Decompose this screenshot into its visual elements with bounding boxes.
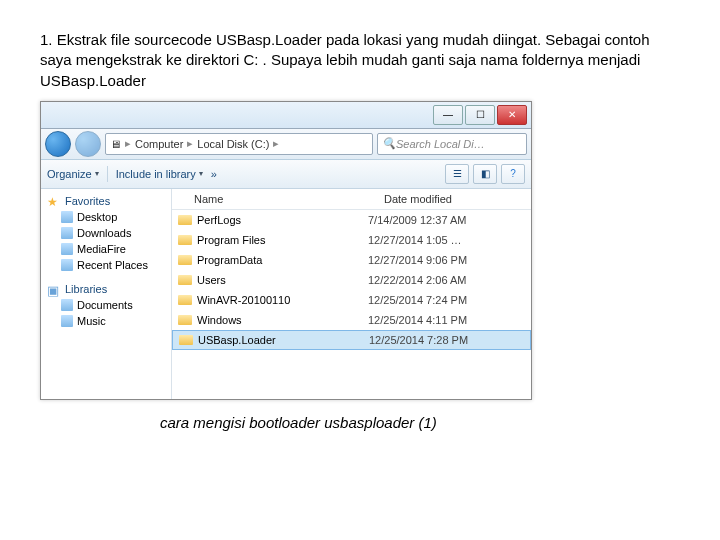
folder-icon bbox=[61, 227, 73, 239]
maximize-button[interactable]: ☐ bbox=[465, 105, 495, 125]
folder-icon bbox=[178, 275, 192, 285]
file-date: 7/14/2009 12:37 AM bbox=[368, 214, 531, 226]
file-date: 12/27/2014 1:05 … bbox=[368, 234, 531, 246]
sidebar-item-music[interactable]: Music bbox=[41, 313, 171, 329]
folder-icon bbox=[61, 243, 73, 255]
search-icon: 🔍 bbox=[382, 137, 396, 150]
column-headers[interactable]: Name Date modified bbox=[172, 189, 531, 210]
breadcrumb[interactable]: 🖥 ▸ Computer ▸ Local Disk (C:) ▸ bbox=[105, 133, 373, 155]
file-name: WinAVR-20100110 bbox=[197, 294, 290, 306]
library-icon: ▣ bbox=[47, 283, 61, 295]
back-button[interactable] bbox=[45, 131, 71, 157]
navigation-pane: ★Favorites Desktop Downloads MediaFire R… bbox=[41, 189, 172, 399]
toolbar: Organize Include in library » ☰ ◧ ? bbox=[41, 160, 531, 189]
folder-icon bbox=[178, 255, 192, 265]
window-titlebar: — ☐ ✕ bbox=[41, 102, 531, 129]
file-list: Name Date modified PerfLogs7/14/2009 12:… bbox=[172, 189, 531, 399]
file-name: Users bbox=[197, 274, 226, 286]
folder-icon bbox=[61, 259, 73, 271]
sidebar-item-documents[interactable]: Documents bbox=[41, 297, 171, 313]
search-placeholder: Search Local Di… bbox=[396, 138, 485, 150]
close-button[interactable]: ✕ bbox=[497, 105, 527, 125]
folder-icon bbox=[178, 235, 192, 245]
file-date: 12/25/2014 7:28 PM bbox=[369, 334, 530, 346]
preview-pane-button[interactable]: ◧ bbox=[473, 164, 497, 184]
star-icon: ★ bbox=[47, 195, 61, 207]
computer-icon: 🖥 bbox=[110, 138, 121, 150]
sidebar-item-mediafire[interactable]: MediaFire bbox=[41, 241, 171, 257]
favorites-group[interactable]: ★Favorites bbox=[41, 193, 171, 209]
file-date: 12/22/2014 2:06 AM bbox=[368, 274, 531, 286]
file-date: 12/27/2014 9:06 PM bbox=[368, 254, 531, 266]
sidebar-item-desktop[interactable]: Desktop bbox=[41, 209, 171, 225]
folder-icon bbox=[178, 215, 192, 225]
table-row[interactable]: PerfLogs7/14/2009 12:37 AM bbox=[172, 210, 531, 230]
breadcrumb-drive[interactable]: Local Disk (C:) bbox=[197, 138, 269, 150]
search-input[interactable]: 🔍 Search Local Di… bbox=[377, 133, 527, 155]
file-name: Program Files bbox=[197, 234, 265, 246]
address-bar: 🖥 ▸ Computer ▸ Local Disk (C:) ▸ 🔍 Searc… bbox=[41, 129, 531, 160]
sidebar-item-recent[interactable]: Recent Places bbox=[41, 257, 171, 273]
table-row[interactable]: USBasp.Loader12/25/2014 7:28 PM bbox=[172, 330, 531, 350]
file-name: Windows bbox=[197, 314, 242, 326]
include-library-button[interactable]: Include in library bbox=[116, 168, 203, 180]
help-button[interactable]: ? bbox=[501, 164, 525, 184]
file-name: ProgramData bbox=[197, 254, 262, 266]
header-date[interactable]: Date modified bbox=[384, 193, 531, 205]
folder-icon bbox=[178, 315, 192, 325]
figure-caption: cara mengisi bootloader usbasploader (1) bbox=[160, 414, 680, 431]
table-row[interactable]: Windows12/25/2014 4:11 PM bbox=[172, 310, 531, 330]
breadcrumb-computer[interactable]: Computer bbox=[135, 138, 183, 150]
folder-icon bbox=[61, 299, 73, 311]
file-name: PerfLogs bbox=[197, 214, 241, 226]
file-date: 12/25/2014 7:24 PM bbox=[368, 294, 531, 306]
table-row[interactable]: Users12/22/2014 2:06 AM bbox=[172, 270, 531, 290]
header-name[interactable]: Name bbox=[172, 193, 384, 205]
folder-icon bbox=[61, 315, 73, 327]
explorer-window: — ☐ ✕ 🖥 ▸ Computer ▸ Local Disk (C:) ▸ 🔍… bbox=[40, 101, 532, 400]
organize-button[interactable]: Organize bbox=[47, 168, 99, 180]
libraries-group[interactable]: ▣Libraries bbox=[41, 281, 171, 297]
file-name: USBasp.Loader bbox=[198, 334, 276, 346]
minimize-button[interactable]: — bbox=[433, 105, 463, 125]
file-date: 12/25/2014 4:11 PM bbox=[368, 314, 531, 326]
folder-icon bbox=[61, 211, 73, 223]
table-row[interactable]: WinAVR-2010011012/25/2014 7:24 PM bbox=[172, 290, 531, 310]
sidebar-item-downloads[interactable]: Downloads bbox=[41, 225, 171, 241]
folder-icon bbox=[179, 335, 193, 345]
forward-button[interactable] bbox=[75, 131, 101, 157]
view-button[interactable]: ☰ bbox=[445, 164, 469, 184]
more-button[interactable]: » bbox=[211, 168, 217, 180]
table-row[interactable]: Program Files12/27/2014 1:05 … bbox=[172, 230, 531, 250]
folder-icon bbox=[178, 295, 192, 305]
table-row[interactable]: ProgramData12/27/2014 9:06 PM bbox=[172, 250, 531, 270]
instruction-text: 1. Ekstrak file sourcecode USBasp.Loader… bbox=[40, 30, 680, 91]
